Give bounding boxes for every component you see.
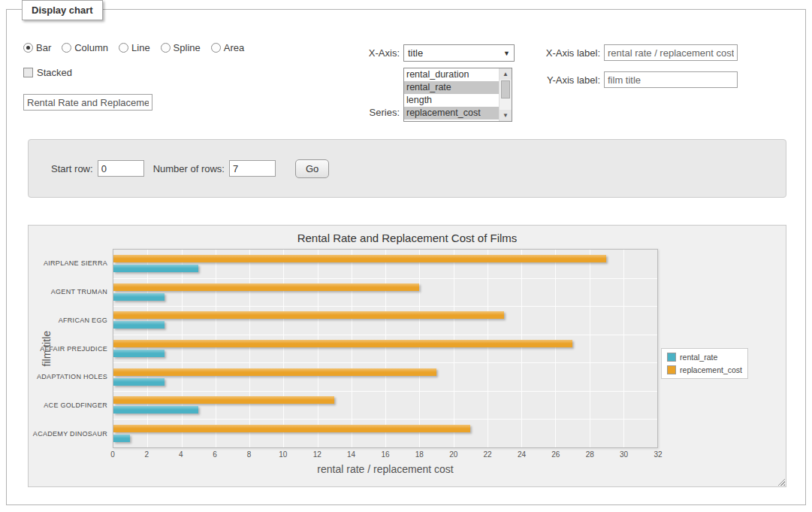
chart-type-option-line[interactable]: Line <box>119 42 150 53</box>
x-tick-label: 10 <box>279 450 287 459</box>
radio-icon[interactable] <box>62 43 71 53</box>
x-tick-label: 30 <box>620 450 628 459</box>
radio-option-label: Area <box>224 42 244 53</box>
stacked-option[interactable]: Stacked <box>23 67 72 78</box>
x-tick-label: 12 <box>313 450 321 459</box>
scroll-down-icon[interactable]: ▼ <box>500 110 512 121</box>
series-options: rental_durationrental_ratelengthreplacem… <box>404 68 499 121</box>
stacked-label: Stacked <box>37 67 72 78</box>
radio-option-label: Bar <box>36 42 51 53</box>
legend-label: rental_rate <box>680 353 717 362</box>
plot-area <box>113 249 658 448</box>
bar-group <box>113 391 657 420</box>
y-axis-title: film title <box>41 331 53 366</box>
stacked-checkbox[interactable] <box>23 68 33 77</box>
bar-replacement_cost <box>113 425 470 432</box>
chart-legend: rental_ratereplacement_cost <box>661 348 748 379</box>
x-tick-label: 18 <box>415 450 424 459</box>
category-label: AFFAIR PREJUDICE <box>54 335 113 363</box>
x-axis-selected-value: title <box>408 47 423 59</box>
x-axis-caption: X-Axis: <box>283 47 400 59</box>
y-axis-label-input[interactable] <box>604 71 738 88</box>
radio-option-label: Line <box>131 42 150 53</box>
x-tick-label: 22 <box>484 450 492 459</box>
series-option-rental_rate[interactable]: rental_rate <box>404 81 499 94</box>
start-row-input[interactable] <box>98 160 144 177</box>
chart-controls: BarColumnLineSplineArea Stacked X-Axis: … <box>7 10 805 139</box>
category-label: AIRPLANE SIERRA <box>54 249 113 277</box>
bar-rental_rate <box>113 350 165 357</box>
x-tick-label: 32 <box>654 450 662 459</box>
bar-rental_rate <box>113 265 198 272</box>
bar-replacement_cost <box>113 368 436 376</box>
y-axis-title-column: film title <box>39 249 54 448</box>
radio-icon[interactable] <box>23 43 33 53</box>
chart-type-option-column[interactable]: Column <box>62 42 108 53</box>
radio-option-label: Spline <box>174 42 201 53</box>
start-row-label: Start row: <box>51 163 93 174</box>
number-of-rows-label: Number of rows: <box>153 163 225 174</box>
radio-icon[interactable] <box>119 43 128 53</box>
y-axis-label-row: Y-Axis label: <box>495 71 738 88</box>
chart-type-option-spline[interactable]: Spline <box>161 42 201 53</box>
category-label: AFRICAN EGG <box>54 306 113 335</box>
legend-label: replacement_cost <box>680 365 742 374</box>
x-tick-label: 16 <box>381 450 389 459</box>
x-tick-label: 24 <box>518 450 526 459</box>
bar-rental_rate <box>113 435 130 442</box>
bar-rental_rate <box>113 406 198 414</box>
bar-rental_rate <box>113 293 165 301</box>
plot-column: 02468101214161820222426283032 rental rat… <box>113 249 658 475</box>
x-axis-row: X-Axis: title ▼ <box>283 44 515 62</box>
bar-group <box>113 250 657 278</box>
y-axis-label-caption: Y-Axis label: <box>495 74 600 86</box>
radio-icon[interactable] <box>211 43 221 53</box>
chart-title-field <box>23 94 152 111</box>
series-row: Series: rental_durationrental_ratelength… <box>283 68 512 122</box>
chart-panel: Rental Rate and Replacement Cost of Film… <box>28 225 786 487</box>
x-tick-label: 2 <box>145 450 149 459</box>
x-tick-label: 14 <box>347 450 355 459</box>
go-button[interactable]: Go <box>295 159 329 178</box>
chart-title-input[interactable] <box>23 94 152 111</box>
bar-group <box>113 306 657 335</box>
x-tick-label: 26 <box>551 450 560 459</box>
x-tick-label: 8 <box>247 450 252 459</box>
bar-rental_rate <box>113 321 165 329</box>
chart-type-option-area[interactable]: Area <box>211 42 244 53</box>
number-of-rows-input[interactable] <box>229 160 276 177</box>
category-label: ADAPTATION HOLES <box>54 362 113 391</box>
legend-entry: rental_rate <box>667 353 742 362</box>
category-label: ACADEMY DINOSAUR <box>54 420 113 448</box>
category-labels: AIRPLANE SIERRAAGENT TRUMANAFRICAN EGGAF… <box>54 249 113 448</box>
bar-replacement_cost <box>113 283 419 291</box>
chart-type-option-bar[interactable]: Bar <box>23 42 51 53</box>
chart-type-radios: BarColumnLineSplineArea <box>23 42 244 53</box>
bar-group <box>113 278 657 307</box>
chart-title: Rental Rate and Replacement Cost of Film… <box>29 232 786 244</box>
bar-replacement_cost <box>113 340 572 347</box>
radio-option-label: Column <box>74 42 108 53</box>
x-axis-label-caption: X-Axis label: <box>495 47 600 59</box>
rows-panel: Start row: Number of rows: Go <box>28 139 786 198</box>
fieldset-legend: Display chart <box>22 0 103 20</box>
series-option-replacement_cost[interactable]: replacement_cost <box>404 107 499 120</box>
series-caption: Series: <box>283 107 400 118</box>
x-tick-label: 28 <box>586 450 594 459</box>
series-option-length[interactable]: length <box>404 94 499 107</box>
radio-icon[interactable] <box>161 43 171 53</box>
series-option-rental_duration[interactable]: rental_duration <box>404 68 499 81</box>
bar-replacement_cost <box>113 396 334 404</box>
display-chart-fieldset: Display chart BarColumnLineSplineArea St… <box>6 9 806 505</box>
bar-group <box>113 419 657 447</box>
x-axis-label-row: X-Axis label: <box>495 44 738 61</box>
legend-entry: replacement_cost <box>667 365 742 374</box>
bar-group <box>113 335 657 363</box>
x-tick-label: 4 <box>179 450 183 459</box>
category-label: AGENT TRUMAN <box>54 277 113 306</box>
bar-group <box>113 362 657 391</box>
x-tick-label: 0 <box>110 450 115 459</box>
x-axis-label-input[interactable] <box>604 44 738 61</box>
x-tick-label: 6 <box>213 450 217 459</box>
resize-grip-icon[interactable] <box>777 477 785 486</box>
